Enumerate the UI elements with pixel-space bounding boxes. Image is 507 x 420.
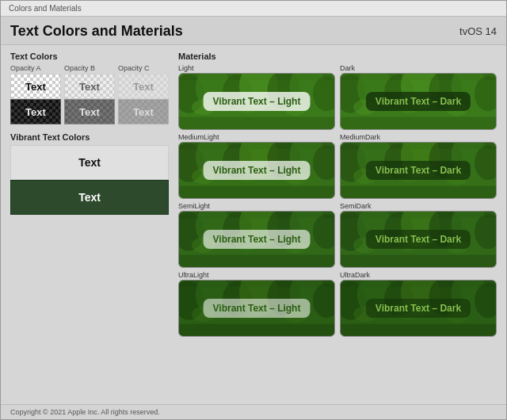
svg-rect-35 (179, 186, 334, 198)
content-area: Text Colors Opacity A Text Text (1, 45, 506, 404)
materials-row: SemiLight (178, 202, 497, 268)
swatch-c-dark: Text (118, 99, 169, 124)
materials-label: Materials (178, 52, 497, 61)
vibrant-light-box: Text (10, 145, 169, 180)
material-cell-dark: SemiDark (340, 202, 497, 268)
opacity-col-b: Opacity B Text Text (64, 64, 115, 124)
swatch-a-dark-text: Text (25, 106, 46, 118)
material-cell-light: Light (178, 64, 335, 130)
opacity-a-label: Opacity A (10, 64, 61, 72)
title-bar: Colors and Materials (1, 1, 506, 17)
svg-rect-74 (341, 255, 496, 267)
swatch-c-dark-text: Text (133, 106, 154, 118)
material-sublabel: Light (178, 64, 335, 72)
main-header: Text Colors and Materials tvOS 14 (1, 17, 506, 45)
material-sublabel: SemiLight (178, 202, 335, 210)
material-card: Vibrant Text – Dark (340, 142, 497, 199)
vibrant-label: Vibrant Text Colors (10, 132, 169, 142)
opacity-col-c: Opacity C Text Text (118, 64, 169, 124)
swatch-a-light-text: Text (25, 81, 46, 93)
svg-rect-61 (179, 255, 334, 267)
swatch-b-light: Text (64, 74, 115, 99)
material-card: Vibrant Text – Light (178, 73, 335, 130)
app-window: Colors and Materials Text Colors and Mat… (0, 0, 507, 420)
material-card: Vibrant Text – Dark (340, 280, 497, 337)
material-card: Vibrant Text – Light (178, 211, 335, 268)
material-cell-light: MediumLight (178, 133, 335, 199)
materials-row: Light (178, 64, 497, 130)
material-card: Vibrant Text – Dark (340, 73, 497, 130)
swatch-c-light-text: Text (133, 81, 154, 93)
svg-rect-9 (179, 117, 334, 129)
swatch-a-light: Text (10, 74, 61, 99)
materials-row: UltraLight (178, 271, 497, 337)
swatch-a-dark: Text (10, 99, 61, 124)
material-cell-dark: MediumDark (340, 133, 497, 199)
material-cell-light: SemiLight (178, 202, 335, 268)
left-panel: Text Colors Opacity A Text Text (10, 52, 169, 398)
text-colors-label: Text Colors (10, 52, 169, 61)
swatch-b-dark: Text (64, 99, 115, 124)
svg-rect-87 (179, 324, 334, 336)
opacity-b-label: Opacity B (64, 64, 115, 72)
material-sublabel: MediumLight (178, 133, 335, 141)
materials-row: MediumLight (178, 133, 497, 199)
material-cell-dark: UltraDark (340, 271, 497, 337)
material-sublabel: SemiDark (340, 202, 497, 210)
svg-rect-100 (341, 324, 496, 336)
material-cell-light: UltraLight (178, 271, 335, 337)
material-sublabel: UltraDark (340, 271, 497, 279)
material-card: Vibrant Text – Dark (340, 211, 497, 268)
material-sublabel: MediumDark (340, 133, 497, 141)
opacity-col-a: Opacity A Text Text (10, 64, 61, 124)
platform-label: tvOS 14 (459, 25, 497, 37)
vibrant-section: Vibrant Text Colors Text Text (10, 132, 169, 215)
breadcrumb: Colors and Materials (9, 4, 82, 13)
material-sublabel: Dark (340, 64, 497, 72)
vibrant-dark-text: Text (78, 191, 101, 204)
vibrant-dark-box: Text (10, 180, 169, 215)
copyright-text: Copyright © 2021 Apple Inc. All rights r… (10, 408, 160, 416)
materials-grid: Light (178, 64, 497, 337)
right-panel: Materials Light (178, 52, 497, 398)
material-card: Vibrant Text – Light (178, 142, 335, 199)
opacity-grid: Opacity A Text Text Opacity B Text (10, 64, 169, 124)
svg-rect-22 (341, 117, 496, 129)
vibrant-light-text: Text (78, 156, 101, 169)
footer: Copyright © 2021 Apple Inc. All rights r… (1, 404, 506, 419)
material-card: Vibrant Text – Light (178, 280, 335, 337)
svg-rect-48 (341, 186, 496, 198)
text-colors-section: Text Colors Opacity A Text Text (10, 52, 169, 124)
page-title: Text Colors and Materials (10, 23, 183, 40)
swatch-c-light: Text (118, 74, 169, 99)
swatch-b-light-text: Text (79, 81, 100, 93)
material-sublabel: UltraLight (178, 271, 335, 279)
opacity-c-label: Opacity C (118, 64, 169, 72)
swatch-b-dark-text: Text (79, 106, 100, 118)
material-cell-dark: Dark (340, 64, 497, 130)
